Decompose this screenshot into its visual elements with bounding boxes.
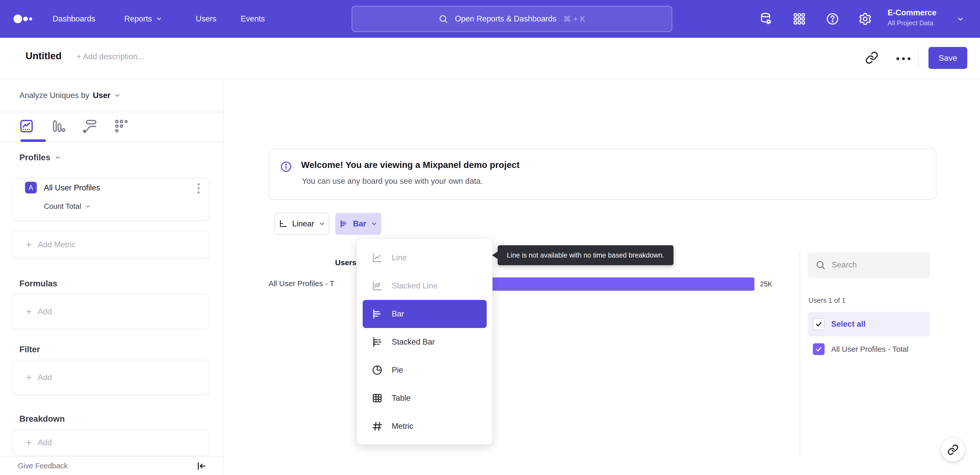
add-formula-card[interactable]: Add	[12, 294, 209, 329]
add-metric-label: Add Metric	[38, 240, 76, 249]
chevron-down-icon	[319, 220, 325, 227]
metric-name[interactable]: All User Profiles	[44, 183, 100, 193]
analyze-label: Analyze Uniques by	[19, 91, 89, 100]
add-filter-card[interactable]: Add	[12, 360, 209, 395]
select-all-label: Select all	[831, 320, 865, 329]
add-filter-label: Add	[38, 373, 52, 382]
line-chart-icon	[371, 252, 383, 264]
metric-card[interactable]: A All User Profiles Count Total	[12, 178, 209, 220]
filter-heading: Filter	[19, 344, 40, 354]
nav-users-label: Users	[196, 14, 216, 24]
nav-reports[interactable]: Reports	[124, 0, 162, 38]
analyze-uniques-row: Analyze Uniques by User	[0, 79, 223, 112]
pie-chart-icon	[371, 364, 383, 376]
project-scope: All Project Data	[888, 18, 936, 27]
chevron-down-icon	[54, 154, 61, 161]
more-options-icon[interactable]	[895, 57, 912, 61]
chart-bar-value: 25K	[760, 280, 772, 288]
mixpanel-app: Dashboards Reports Users Events Open Rep…	[0, 0, 980, 475]
apps-grid-icon[interactable]	[792, 12, 806, 26]
legend-divider	[800, 252, 800, 457]
aggregation-dropdown[interactable]: Count Total	[44, 202, 91, 210]
nav-events[interactable]: Events	[241, 0, 265, 38]
settings-gear-icon[interactable]	[858, 12, 872, 26]
add-breakdown-card[interactable]: Add	[12, 429, 209, 456]
dropdown-item-table[interactable]: Table	[357, 384, 492, 412]
tab-funnels[interactable]	[50, 118, 66, 134]
top-nav: Dashboards Reports Users Events Open Rep…	[0, 0, 980, 38]
legend-search-input[interactable]	[832, 260, 924, 269]
metric-options-icon[interactable]	[197, 182, 200, 194]
add-metric-card[interactable]: Add Metric	[12, 231, 209, 259]
analyze-value-dropdown[interactable]: User	[93, 91, 110, 100]
stacked-line-chart-icon	[371, 280, 383, 292]
dropdown-item-stacked-line: Stacked Line	[357, 272, 492, 300]
scale-label: Linear	[292, 219, 314, 228]
legend-search[interactable]	[808, 252, 930, 278]
disabled-option-tooltip: Line is not available with no time based…	[498, 245, 673, 265]
nav-events-label: Events	[241, 14, 265, 24]
give-feedback-link[interactable]: Give Feedback	[18, 462, 68, 470]
command-palette-trigger[interactable]: Open Reports & Dashboards ⌘ + K	[352, 6, 672, 32]
nav-dashboards[interactable]: Dashboards	[52, 0, 95, 38]
project-switcher[interactable]: E-Commerce All Project Data	[888, 7, 936, 27]
series-checkbox[interactable]	[813, 343, 824, 355]
chevron-down-icon[interactable]	[956, 15, 964, 23]
dropdown-item-pie[interactable]: Pie	[357, 356, 492, 384]
rows-column-header: Users	[335, 258, 356, 267]
collapse-sidebar-icon[interactable]	[196, 461, 207, 472]
dropdown-item-metric[interactable]: Metric	[357, 412, 492, 440]
search-icon	[438, 14, 448, 24]
report-title[interactable]: Untitled	[25, 51, 62, 62]
profiles-section-heading[interactable]: Profiles	[19, 153, 61, 163]
plus-icon	[25, 439, 33, 446]
add-description-button[interactable]: + Add description...	[76, 52, 144, 61]
tab-insights[interactable]	[18, 118, 35, 134]
link-icon	[947, 444, 959, 455]
sidebar-footer: Give Feedback	[0, 456, 223, 475]
dropdown-item-line: Line	[357, 244, 492, 272]
chart-type-dropdown: Line Stacked Line Bar Stacked Bar Pie	[357, 238, 493, 445]
metric-hash-icon	[371, 420, 383, 432]
help-icon[interactable]	[826, 12, 839, 26]
chevron-down-icon	[85, 203, 91, 210]
chart-type-selector-button[interactable]: Bar	[335, 213, 381, 235]
info-icon	[280, 161, 292, 172]
report-header: Untitled + Add description...	[0, 38, 980, 79]
save-button[interactable]: Save	[928, 47, 967, 69]
legend-series-row[interactable]: All User Profiles - Total	[808, 340, 930, 359]
dropdown-item-stacked-bar[interactable]: Stacked Bar	[357, 328, 492, 356]
data-management-icon[interactable]	[759, 12, 773, 26]
nav-reports-label: Reports	[124, 14, 152, 24]
metric-badge: A	[25, 182, 37, 193]
select-all-checkbox[interactable]	[813, 318, 824, 330]
profiles-heading-label: Profiles	[19, 153, 50, 163]
mixpanel-logo-icon[interactable]	[13, 0, 35, 38]
share-link-fab[interactable]	[941, 438, 965, 461]
select-all-row[interactable]: Select all	[808, 312, 930, 336]
nav-dashboards-label: Dashboards	[52, 14, 95, 24]
demo-project-banner	[269, 148, 936, 199]
check-icon	[815, 320, 822, 328]
banner-subtitle: You can use any board you see with your …	[302, 177, 483, 186]
bar-chart-icon	[339, 219, 348, 228]
active-tab-indicator	[21, 139, 46, 142]
scale-selector-button[interactable]: Linear	[275, 213, 329, 235]
add-breakdown-label: Add	[38, 438, 52, 447]
chevron-down-icon	[371, 220, 377, 227]
dropdown-item-bar[interactable]: Bar	[363, 300, 487, 328]
chevron-down-icon	[156, 16, 162, 22]
tab-retention[interactable]	[113, 118, 130, 134]
project-name: E-Commerce	[888, 7, 936, 18]
nav-users[interactable]: Users	[196, 0, 216, 38]
chevron-down-icon[interactable]	[114, 92, 121, 99]
table-icon	[371, 392, 383, 404]
copy-link-icon[interactable]	[865, 51, 878, 64]
report-type-tabs	[0, 113, 223, 142]
stacked-bar-chart-icon	[371, 336, 383, 348]
banner-title: Welcome! You are viewing a Mixpanel demo…	[301, 160, 520, 170]
linear-axis-icon	[278, 219, 288, 228]
chart-row-label: All User Profiles - T	[260, 279, 334, 288]
tooltip-text: Line is not available with no time based…	[507, 252, 664, 259]
tab-flows[interactable]	[82, 118, 98, 134]
